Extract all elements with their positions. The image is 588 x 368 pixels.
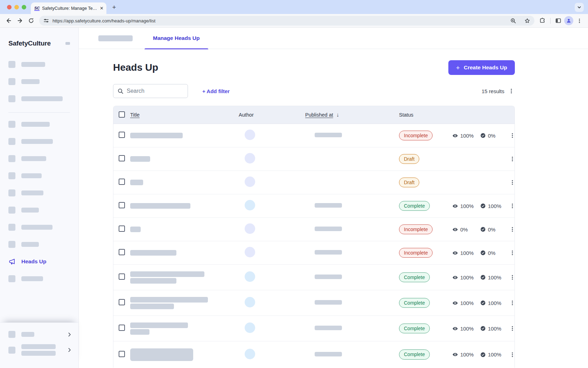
results-menu-button[interactable]	[508, 88, 515, 95]
row-checkbox[interactable]	[119, 299, 125, 305]
skeleton-bar	[130, 227, 141, 232]
row-menu-button[interactable]	[509, 202, 515, 209]
skeleton-label	[21, 139, 53, 144]
skeleton-label	[21, 276, 43, 281]
views-stat: 0%	[452, 227, 480, 232]
create-heads-up-button[interactable]: + Create Heads Up	[448, 60, 515, 75]
title-skeleton	[130, 322, 239, 335]
site-info-icon[interactable]	[43, 18, 49, 23]
skeleton-icon	[8, 331, 15, 338]
close-tab-icon[interactable]: ✕	[100, 6, 104, 11]
title-skeleton	[130, 271, 239, 284]
row-checkbox[interactable]	[119, 132, 125, 138]
skeleton-label	[21, 344, 56, 349]
skeleton-bar	[130, 278, 176, 284]
completion-stat: 0%	[480, 250, 508, 256]
row-checkbox[interactable]	[119, 202, 125, 208]
address-bar[interactable]: https://app.safetyculture.com/heads-up/m…	[39, 16, 534, 26]
tab-skeleton[interactable]	[98, 35, 133, 41]
views-value: 100%	[460, 300, 474, 306]
title-skeleton	[130, 203, 239, 209]
row-menu-button[interactable]	[509, 325, 515, 332]
extensions-button[interactable]	[537, 15, 548, 26]
sidebar-bottom-item[interactable]	[0, 328, 78, 341]
url-text[interactable]: https://app.safetyculture.com/heads-up/m…	[52, 18, 504, 23]
sidebar-bottom-item[interactable]	[0, 341, 78, 359]
table-row[interactable]: Draft	[113, 171, 514, 194]
browser-tab[interactable]: SC SafetyCulture: Manage Teams and... ✕	[31, 2, 106, 14]
check-circle-icon	[480, 352, 486, 357]
maximize-window-button[interactable]	[22, 5, 26, 9]
row-menu-button[interactable]	[509, 226, 515, 233]
sort-desc-icon[interactable]: ↓	[336, 112, 339, 118]
row-checkbox[interactable]	[119, 225, 125, 232]
row-checkbox[interactable]	[119, 179, 125, 185]
sidebar-item-heads-up[interactable]: Heads Up	[0, 253, 78, 270]
expand-chevron[interactable]	[67, 347, 72, 353]
side-panel-button[interactable]	[553, 15, 564, 26]
title-skeleton	[130, 250, 239, 256]
new-tab-button[interactable]: +	[110, 3, 118, 12]
sidebar-skeleton-item	[0, 184, 78, 201]
table-row[interactable]: Complete100%100%	[113, 264, 514, 290]
row-menu-button[interactable]	[509, 132, 515, 139]
table-row[interactable]: Complete100%100%	[113, 315, 514, 341]
add-filter-button[interactable]: + Add filter	[202, 88, 230, 94]
author-avatar	[245, 322, 255, 333]
sidebar-skeleton-item	[0, 167, 78, 184]
sidebar-skeleton-item	[0, 116, 78, 133]
expand-chevron[interactable]	[67, 332, 72, 337]
profile-avatar[interactable]	[564, 16, 573, 25]
sidebar-collapse-button[interactable]	[65, 42, 70, 45]
zoom-button[interactable]	[508, 15, 518, 26]
bookmark-button[interactable]	[522, 15, 532, 26]
table-row[interactable]: Incomplete100%0%	[113, 241, 514, 264]
completion-stat: 100%	[480, 275, 508, 280]
skeleton-bar	[130, 156, 150, 162]
select-all-checkbox[interactable]	[119, 111, 125, 118]
tab-manage-heads-up[interactable]: Manage Heads Up	[145, 28, 208, 49]
minimize-window-button[interactable]	[14, 5, 19, 9]
sidebar-skeleton-item	[0, 133, 78, 150]
skeleton-icon	[8, 61, 15, 68]
row-checkbox[interactable]	[119, 249, 125, 255]
table-row[interactable]: Complete100%100%	[113, 290, 514, 315]
skeleton-label	[21, 351, 56, 356]
skeleton-icon	[8, 138, 15, 145]
back-button[interactable]	[4, 15, 14, 26]
check-circle-icon	[480, 300, 486, 306]
row-menu-button[interactable]	[509, 155, 515, 162]
safetyculture-favicon: SC	[34, 6, 40, 11]
table-row[interactable]: Incomplete100%0%	[113, 124, 514, 147]
completion-stat: 100%	[480, 300, 508, 306]
tab-search-button[interactable]	[575, 3, 584, 12]
reload-button[interactable]	[26, 15, 36, 26]
table-row[interactable]: Complete100%100%	[113, 341, 514, 368]
search-input[interactable]	[127, 88, 184, 94]
author-avatar	[245, 130, 255, 140]
table-row[interactable]: Complete100%100%	[113, 194, 514, 217]
browser-menu-button[interactable]	[574, 15, 584, 26]
create-heads-up-label: Create Heads Up	[464, 64, 507, 71]
table-row[interactable]: Draft	[113, 147, 514, 171]
row-menu-button[interactable]	[509, 299, 515, 306]
column-header-published[interactable]: Published at ↓	[305, 112, 396, 118]
row-checkbox[interactable]	[119, 155, 125, 161]
row-menu-button[interactable]	[509, 274, 515, 281]
forward-button[interactable]	[15, 15, 25, 26]
skeleton-bar	[130, 133, 183, 138]
skeleton-label	[21, 156, 46, 161]
table-row[interactable]: Incomplete0%0%	[113, 217, 514, 241]
views-value: 100%	[460, 250, 474, 256]
row-menu-button[interactable]	[509, 179, 515, 186]
row-menu-button[interactable]	[509, 249, 515, 256]
row-checkbox[interactable]	[119, 351, 125, 357]
column-header-title[interactable]: Title	[130, 112, 239, 118]
published-at-skeleton	[315, 203, 342, 208]
row-menu-button[interactable]	[509, 351, 515, 358]
row-checkbox[interactable]	[119, 325, 125, 331]
close-window-button[interactable]	[7, 5, 12, 9]
search-box[interactable]	[113, 84, 188, 98]
views-stat: 100%	[452, 352, 480, 357]
row-checkbox[interactable]	[119, 273, 125, 280]
